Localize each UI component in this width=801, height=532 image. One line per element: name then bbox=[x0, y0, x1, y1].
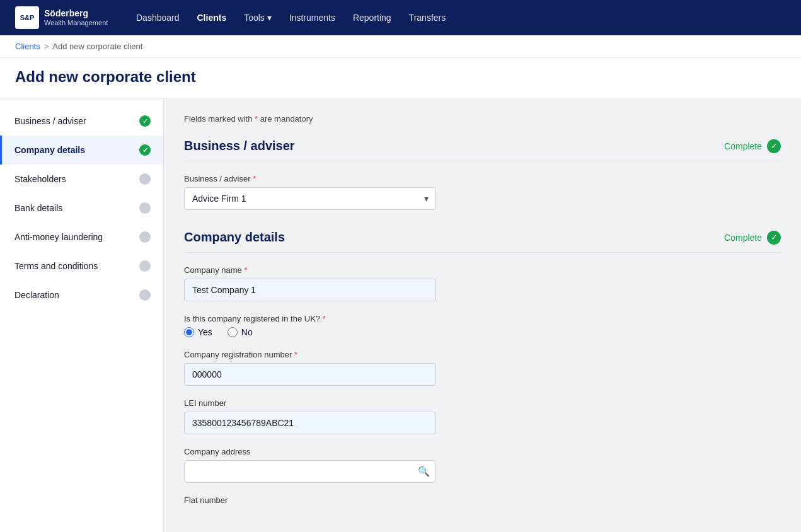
uk-registered-field: Is this company registered in the UK? * … bbox=[184, 314, 781, 337]
flat-number-label: Flat number bbox=[184, 495, 781, 505]
sidebar: Business / adviser ✓ Company details ✓ S… bbox=[0, 99, 164, 532]
brand-logo: S&P Söderberg Wealth Management bbox=[15, 6, 116, 29]
company-address-field: Company address 🔍 bbox=[184, 447, 781, 483]
sidebar-item-label: Bank details bbox=[14, 203, 62, 213]
sidebar-status-pending-2 bbox=[139, 173, 151, 185]
navbar: S&P Söderberg Wealth Management Dashboar… bbox=[0, 0, 801, 35]
flat-number-field: Flat number bbox=[184, 495, 781, 505]
uk-yes-option[interactable]: Yes bbox=[184, 327, 212, 337]
reg-number-label: Company registration number * bbox=[184, 350, 781, 359]
sidebar-item-bank-details[interactable]: Bank details bbox=[0, 194, 163, 223]
sidebar-item-anti-money-laundering[interactable]: Anti-money laundering bbox=[0, 223, 163, 252]
company-name-input[interactable] bbox=[184, 279, 436, 301]
sidebar-status-pending-4 bbox=[139, 231, 151, 243]
business-adviser-label: Business / adviser * bbox=[184, 174, 781, 183]
sidebar-item-company-details[interactable]: Company details ✓ bbox=[0, 136, 163, 165]
logo-text: Söderberg Wealth Management bbox=[44, 8, 108, 27]
page-title: Add new corporate client bbox=[15, 68, 786, 86]
sidebar-item-label: Terms and conditions bbox=[14, 261, 98, 271]
business-adviser-select[interactable]: Advice Firm 1 Advice Firm 2 Advice Firm … bbox=[184, 187, 436, 210]
sidebar-item-label: Company details bbox=[14, 145, 85, 155]
sidebar-item-declaration[interactable]: Declaration bbox=[0, 280, 163, 309]
uk-yes-radio[interactable] bbox=[184, 327, 194, 337]
business-adviser-status: Complete ✓ bbox=[724, 139, 781, 153]
company-details-title: Company details bbox=[184, 230, 285, 245]
business-adviser-header: Business / adviser Complete ✓ bbox=[184, 139, 781, 161]
main-layout: Business / adviser ✓ Company details ✓ S… bbox=[0, 99, 801, 532]
reg-number-input[interactable] bbox=[184, 363, 436, 386]
uk-no-label: No bbox=[241, 327, 253, 337]
company-details-header: Company details Complete ✓ bbox=[184, 230, 781, 253]
lei-field: LEI number bbox=[184, 398, 781, 434]
sidebar-item-terms-conditions[interactable]: Terms and conditions bbox=[0, 252, 163, 280]
company-name-label: Company name * bbox=[184, 265, 781, 275]
lei-label: LEI number bbox=[184, 398, 781, 408]
sidebar-item-label: Anti-money laundering bbox=[14, 232, 103, 242]
sidebar-status-complete-0: ✓ bbox=[139, 115, 151, 127]
breadcrumb-separator: > bbox=[44, 42, 49, 51]
page-title-bar: Add new corporate client bbox=[0, 58, 801, 99]
sidebar-item-label: Business / adviser bbox=[14, 116, 86, 126]
sidebar-status-pending-3 bbox=[139, 202, 151, 214]
sidebar-item-stakeholders[interactable]: Stakeholders bbox=[0, 165, 163, 194]
nav-clients[interactable]: Clients bbox=[197, 13, 227, 23]
sidebar-status-pending-6 bbox=[139, 289, 151, 301]
sidebar-status-complete-1: ✓ bbox=[139, 144, 151, 156]
uk-registered-radio-group: Yes No bbox=[184, 327, 781, 337]
breadcrumb-current: Add new corporate client bbox=[52, 42, 142, 51]
sidebar-status-pending-5 bbox=[139, 260, 151, 272]
main-content: Fields marked with * are mandatory Busin… bbox=[164, 99, 801, 532]
uk-no-radio[interactable] bbox=[228, 327, 238, 337]
nav-instruments[interactable]: Instruments bbox=[289, 13, 335, 23]
sidebar-item-label: Declaration bbox=[14, 290, 59, 300]
nav-dashboard[interactable]: Dashboard bbox=[136, 13, 180, 23]
company-address-label: Company address bbox=[184, 447, 781, 456]
sidebar-item-business-adviser[interactable]: Business / adviser ✓ bbox=[0, 107, 163, 136]
business-adviser-title: Business / adviser bbox=[184, 139, 295, 153]
business-adviser-complete-icon: ✓ bbox=[767, 139, 781, 153]
nav-links: Dashboard Clients Tools ▾ Instruments Re… bbox=[136, 13, 446, 23]
company-address-input[interactable] bbox=[184, 460, 436, 483]
mandatory-star: * bbox=[255, 114, 258, 124]
uk-registered-label: Is this company registered in the UK? * bbox=[184, 314, 781, 323]
business-adviser-select-wrapper: Advice Firm 1 Advice Firm 2 Advice Firm … bbox=[184, 187, 436, 210]
breadcrumb-parent-link[interactable]: Clients bbox=[15, 42, 40, 51]
nav-reporting[interactable]: Reporting bbox=[353, 13, 391, 23]
business-adviser-field: Business / adviser * Advice Firm 1 Advic… bbox=[184, 174, 781, 210]
logo-icon: S&P bbox=[15, 6, 39, 29]
uk-no-option[interactable]: No bbox=[228, 327, 253, 337]
breadcrumb: Clients > Add new corporate client bbox=[0, 35, 801, 58]
company-name-field: Company name * bbox=[184, 265, 781, 301]
company-details-status: Complete ✓ bbox=[724, 231, 781, 245]
lei-input[interactable] bbox=[184, 412, 436, 434]
sidebar-item-label: Stakeholders bbox=[14, 174, 66, 184]
company-address-search-wrapper: 🔍 bbox=[184, 460, 436, 483]
uk-yes-label: Yes bbox=[198, 327, 212, 337]
company-details-complete-icon: ✓ bbox=[767, 231, 781, 245]
nav-tools[interactable]: Tools ▾ bbox=[244, 13, 272, 23]
nav-transfers[interactable]: Transfers bbox=[409, 13, 446, 23]
mandatory-note: Fields marked with * are mandatory bbox=[184, 114, 781, 124]
company-details-section: Company details Complete ✓ Company name … bbox=[184, 230, 781, 505]
business-adviser-section: Business / adviser Complete ✓ Business /… bbox=[184, 139, 781, 210]
reg-number-field: Company registration number * bbox=[184, 350, 781, 386]
